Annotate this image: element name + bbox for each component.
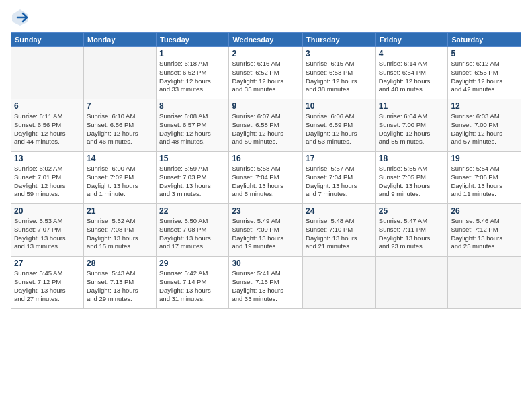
calendar-cell: 4Sunrise: 6:14 AMSunset: 6:54 PMDaylight… xyxy=(375,47,448,99)
day-info: Sunrise: 6:16 AMSunset: 6:52 PMDaylight:… xyxy=(232,60,300,94)
day-info: Sunrise: 5:41 AMSunset: 7:15 PMDaylight:… xyxy=(232,269,300,304)
day-number: 27 xyxy=(14,259,81,268)
calendar-header-thursday: Thursday xyxy=(303,33,376,47)
day-info: Sunrise: 5:54 AMSunset: 7:06 PMDaylight:… xyxy=(451,165,518,199)
day-info: Sunrise: 5:43 AMSunset: 7:13 PMDaylight:… xyxy=(87,269,153,304)
calendar-cell: 7Sunrise: 6:10 AMSunset: 6:56 PMDaylight… xyxy=(83,99,156,152)
day-info: Sunrise: 5:55 AMSunset: 7:05 PMDaylight:… xyxy=(379,165,445,199)
header xyxy=(11,8,521,27)
day-number: 26 xyxy=(451,206,518,216)
day-info: Sunrise: 5:53 AMSunset: 7:07 PMDaylight:… xyxy=(14,217,81,251)
day-number: 20 xyxy=(14,206,81,216)
day-info: Sunrise: 5:57 AMSunset: 7:04 PMDaylight:… xyxy=(306,165,373,199)
calendar-cell: 24Sunrise: 5:48 AMSunset: 7:10 PMDayligh… xyxy=(303,204,376,257)
calendar-cell: 16Sunrise: 5:58 AMSunset: 7:04 PMDayligh… xyxy=(229,152,303,204)
day-number: 15 xyxy=(159,154,226,163)
day-info: Sunrise: 6:02 AMSunset: 7:01 PMDaylight:… xyxy=(14,165,81,199)
day-info: Sunrise: 5:58 AMSunset: 7:04 PMDaylight:… xyxy=(232,165,300,199)
calendar-cell: 27Sunrise: 5:45 AMSunset: 7:12 PMDayligh… xyxy=(11,257,84,309)
calendar-cell: 29Sunrise: 5:42 AMSunset: 7:14 PMDayligh… xyxy=(157,257,229,309)
calendar-cell: 8Sunrise: 6:08 AMSunset: 6:57 PMDaylight… xyxy=(157,99,229,152)
calendar-cell: 25Sunrise: 5:47 AMSunset: 7:11 PMDayligh… xyxy=(375,204,448,257)
calendar-cell: 23Sunrise: 5:49 AMSunset: 7:09 PMDayligh… xyxy=(229,204,303,257)
day-number: 21 xyxy=(87,206,153,216)
day-number: 25 xyxy=(379,206,445,216)
calendar-week-row: 20Sunrise: 5:53 AMSunset: 7:07 PMDayligh… xyxy=(11,204,521,257)
calendar-header-friday: Friday xyxy=(375,33,448,47)
day-number: 30 xyxy=(232,259,300,268)
calendar-cell: 20Sunrise: 5:53 AMSunset: 7:07 PMDayligh… xyxy=(11,204,84,257)
day-number: 19 xyxy=(451,154,518,163)
day-info: Sunrise: 5:50 AMSunset: 7:08 PMDaylight:… xyxy=(159,217,226,251)
calendar-week-row: 27Sunrise: 5:45 AMSunset: 7:12 PMDayligh… xyxy=(11,257,521,309)
calendar-cell xyxy=(375,257,448,309)
day-info: Sunrise: 6:11 AMSunset: 6:56 PMDaylight:… xyxy=(14,112,81,146)
calendar-header-row: SundayMondayTuesdayWednesdayThursdayFrid… xyxy=(11,33,521,47)
calendar-cell: 18Sunrise: 5:55 AMSunset: 7:05 PMDayligh… xyxy=(375,152,448,204)
day-number: 17 xyxy=(306,154,373,163)
calendar-cell xyxy=(11,47,84,99)
calendar-cell: 15Sunrise: 5:59 AMSunset: 7:03 PMDayligh… xyxy=(157,152,229,204)
day-number: 16 xyxy=(232,154,300,163)
logo xyxy=(11,8,32,27)
day-info: Sunrise: 6:03 AMSunset: 7:00 PMDaylight:… xyxy=(451,112,518,146)
day-number: 28 xyxy=(87,259,153,268)
calendar-cell: 6Sunrise: 6:11 AMSunset: 6:56 PMDaylight… xyxy=(11,99,84,152)
day-number: 18 xyxy=(379,154,445,163)
day-info: Sunrise: 5:45 AMSunset: 7:12 PMDaylight:… xyxy=(14,269,81,304)
calendar-cell: 11Sunrise: 6:04 AMSunset: 7:00 PMDayligh… xyxy=(375,99,448,152)
day-info: Sunrise: 5:59 AMSunset: 7:03 PMDaylight:… xyxy=(159,165,226,199)
day-number: 7 xyxy=(87,101,153,111)
day-number: 10 xyxy=(306,101,373,111)
day-number: 12 xyxy=(451,101,518,111)
day-number: 3 xyxy=(306,49,373,58)
day-info: Sunrise: 5:47 AMSunset: 7:11 PMDaylight:… xyxy=(379,217,445,251)
day-info: Sunrise: 6:10 AMSunset: 6:56 PMDaylight:… xyxy=(87,112,153,146)
calendar-cell: 28Sunrise: 5:43 AMSunset: 7:13 PMDayligh… xyxy=(83,257,156,309)
calendar-cell: 5Sunrise: 6:12 AMSunset: 6:55 PMDaylight… xyxy=(448,47,521,99)
day-info: Sunrise: 5:48 AMSunset: 7:10 PMDaylight:… xyxy=(306,217,373,251)
day-number: 24 xyxy=(306,206,373,216)
calendar-cell: 1Sunrise: 6:18 AMSunset: 6:52 PMDaylight… xyxy=(157,47,229,99)
day-number: 1 xyxy=(159,49,226,58)
day-number: 9 xyxy=(232,101,300,111)
calendar-cell: 9Sunrise: 6:07 AMSunset: 6:58 PMDaylight… xyxy=(229,99,303,152)
day-info: Sunrise: 6:18 AMSunset: 6:52 PMDaylight:… xyxy=(159,60,226,94)
day-info: Sunrise: 6:08 AMSunset: 6:57 PMDaylight:… xyxy=(159,112,226,146)
day-number: 11 xyxy=(379,101,445,111)
calendar-header-saturday: Saturday xyxy=(448,33,521,47)
calendar-cell: 30Sunrise: 5:41 AMSunset: 7:15 PMDayligh… xyxy=(229,257,303,309)
day-info: Sunrise: 5:49 AMSunset: 7:09 PMDaylight:… xyxy=(232,217,300,251)
day-info: Sunrise: 6:06 AMSunset: 6:59 PMDaylight:… xyxy=(306,112,373,146)
day-info: Sunrise: 5:46 AMSunset: 7:12 PMDaylight:… xyxy=(451,217,518,251)
day-info: Sunrise: 5:42 AMSunset: 7:14 PMDaylight:… xyxy=(159,269,226,304)
calendar-cell: 10Sunrise: 6:06 AMSunset: 6:59 PMDayligh… xyxy=(303,99,376,152)
day-number: 22 xyxy=(159,206,226,216)
day-number: 5 xyxy=(451,49,518,58)
calendar-cell: 22Sunrise: 5:50 AMSunset: 7:08 PMDayligh… xyxy=(157,204,229,257)
calendar-header-wednesday: Wednesday xyxy=(229,33,303,47)
logo-icon xyxy=(11,8,30,27)
day-number: 23 xyxy=(232,206,300,216)
day-number: 4 xyxy=(379,49,445,58)
day-info: Sunrise: 6:07 AMSunset: 6:58 PMDaylight:… xyxy=(232,112,300,146)
day-info: Sunrise: 6:14 AMSunset: 6:54 PMDaylight:… xyxy=(379,60,445,94)
day-number: 2 xyxy=(232,49,300,58)
day-info: Sunrise: 6:04 AMSunset: 7:00 PMDaylight:… xyxy=(379,112,445,146)
calendar-header-monday: Monday xyxy=(83,33,156,47)
calendar-week-row: 13Sunrise: 6:02 AMSunset: 7:01 PMDayligh… xyxy=(11,152,521,204)
day-info: Sunrise: 6:12 AMSunset: 6:55 PMDaylight:… xyxy=(451,60,518,94)
calendar-week-row: 1Sunrise: 6:18 AMSunset: 6:52 PMDaylight… xyxy=(11,47,521,99)
calendar-cell xyxy=(83,47,156,99)
calendar-cell: 21Sunrise: 5:52 AMSunset: 7:08 PMDayligh… xyxy=(83,204,156,257)
calendar-header-sunday: Sunday xyxy=(11,33,84,47)
day-info: Sunrise: 6:00 AMSunset: 7:02 PMDaylight:… xyxy=(87,165,153,199)
calendar-week-row: 6Sunrise: 6:11 AMSunset: 6:56 PMDaylight… xyxy=(11,99,521,152)
day-info: Sunrise: 6:15 AMSunset: 6:53 PMDaylight:… xyxy=(306,60,373,94)
calendar-cell: 14Sunrise: 6:00 AMSunset: 7:02 PMDayligh… xyxy=(83,152,156,204)
page: SundayMondayTuesdayWednesdayThursdayFrid… xyxy=(0,0,532,411)
day-number: 14 xyxy=(87,154,153,163)
day-info: Sunrise: 5:52 AMSunset: 7:08 PMDaylight:… xyxy=(87,217,153,251)
calendar-header-tuesday: Tuesday xyxy=(157,33,229,47)
day-number: 13 xyxy=(14,154,81,163)
